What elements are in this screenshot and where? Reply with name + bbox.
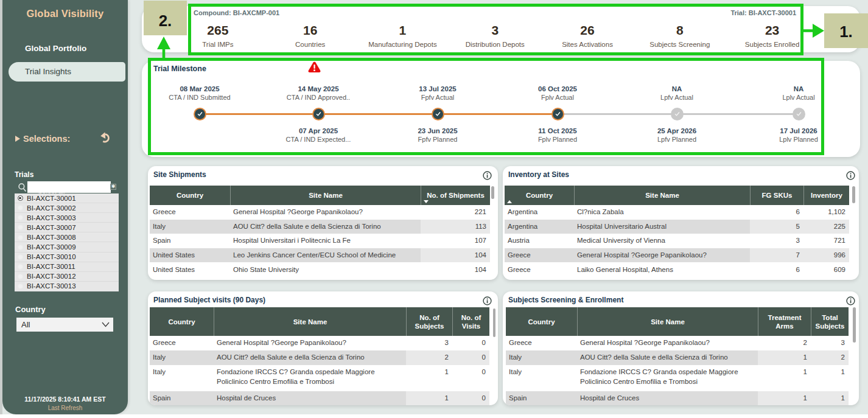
column-header[interactable]: Site Name [214, 307, 406, 336]
column-header[interactable]: Total Subjects [811, 307, 849, 336]
table-row[interactable]: SpainHospital de Cruces11 [506, 391, 849, 405]
column-header[interactable]: No. of Shipments [421, 186, 490, 205]
column-header[interactable]: Inventory [803, 186, 849, 205]
table-row[interactable]: GreeceLaiko General Hospital, Athens6609 [505, 262, 849, 277]
table-row[interactable]: ItalyAOU Citt? della Salute e della Scie… [506, 350, 849, 365]
selections-label: Selections: [23, 134, 70, 144]
column-header[interactable]: Country [150, 186, 230, 205]
country-dropdown[interactable]: All [16, 318, 113, 332]
table-cell: 0 [452, 350, 489, 365]
country-dropdown-value: All [21, 320, 30, 329]
column-header[interactable]: Treatment Arms [758, 307, 811, 336]
table-cell: Italy [150, 365, 214, 391]
trial-list-item-label: BI-AXCT-30001 [27, 195, 76, 202]
trial-list-item[interactable]: BI-AXCT-30001 [15, 193, 119, 203]
reset-selections-button[interactable] [99, 131, 111, 144]
trial-list-item[interactable]: BI-AXCT-30011 [15, 262, 119, 272]
trial-list-item-label: BI-AXCT-30011 [27, 263, 75, 270]
scrollbar-thumb[interactable] [852, 186, 855, 203]
table-header-row: CountrySite NameNo. of SubjectsNo. of Vi… [150, 307, 489, 336]
table-cell: Greece [150, 336, 214, 350]
info-icon[interactable] [483, 171, 492, 183]
table-cell: 996 [803, 248, 849, 263]
table-cell: AOU Citt? della Salute e della Scienza d… [577, 350, 758, 365]
table-row[interactable]: ArgentinaCl?nica Zabala61,102 [505, 205, 849, 220]
table-row[interactable]: ItalyAOU Citt? della Salute e della Scie… [150, 350, 489, 365]
trial-list-item[interactable]: BI-AXCT-30010 [15, 253, 119, 262]
table-cell: General Hospital ?George Papanikolaou? [577, 336, 758, 350]
table-cell: 1,102 [803, 205, 849, 220]
clear-selections-icon[interactable]: ✱ [110, 184, 116, 190]
table-cell: Spain [150, 391, 214, 405]
table-cell: Italy [150, 350, 214, 365]
table-cell: 3 [406, 336, 452, 350]
column-header[interactable]: Country [506, 307, 577, 336]
table-row[interactable]: GreeceGeneral Hospital ?George Papanikol… [506, 336, 849, 350]
table-cell: 1 [406, 391, 452, 405]
table-card: Subjects Screening & EnrollmentCountrySi… [503, 291, 859, 405]
column-header[interactable]: Country [150, 307, 214, 336]
trial-list-item-label: BI-AXCT-30003 [27, 214, 76, 221]
table-row[interactable]: ItalyAOU Citt? della Salute e della Scie… [150, 220, 490, 234]
column-header[interactable]: No. of Subjects [406, 307, 452, 336]
table-cell: 0 [452, 365, 489, 391]
scrollbar-thumb[interactable] [853, 307, 856, 343]
table-row[interactable]: ItalyFondazione IRCCS C? Granda ospedale… [150, 365, 489, 391]
trial-list-item[interactable]: BI-AXCT-30007 [15, 223, 119, 232]
table-header-row: CountrySite NameNo. of Shipments [150, 186, 490, 205]
table-row[interactable]: GreeceGeneral Hospital ?George Papanikol… [150, 205, 490, 220]
table-cell: Greece [505, 248, 574, 263]
table-row[interactable]: GreeceGeneral Hospital ?George Papanikol… [150, 336, 489, 350]
trial-list-item[interactable]: BI-AXCT-30013 [15, 282, 119, 291]
table-cell: Ohio State University [230, 262, 421, 277]
trial-list-item[interactable]: BI-AXCT-30003 [15, 213, 119, 223]
table-row[interactable]: GreeceGeneral Hospital ?George Papanikol… [505, 248, 849, 263]
trial-list-item-label: BI-AXCT-30012 [27, 273, 76, 280]
sidebar: Global Visibility Global Portfolio Trial… [2, 0, 128, 414]
info-icon[interactable] [483, 296, 492, 308]
nav-global-portfolio[interactable]: Global Portfolio [25, 44, 86, 53]
trials-search-input[interactable] [27, 181, 111, 193]
annotation-box-kpi [188, 4, 803, 55]
column-header[interactable]: Site Name [574, 186, 750, 205]
scrollbar-thumb[interactable] [491, 186, 494, 199]
card-title: Inventory at Sites [508, 170, 569, 179]
table-row[interactable]: United StatesOhio State University104 [150, 262, 490, 277]
table-cell: 2 [406, 350, 452, 365]
table-row[interactable]: United StatesLeo Jenkins Cancer Center/E… [150, 248, 490, 263]
annotation-callout-2: 2. [144, 1, 187, 35]
table-row[interactable]: ItalyFondazione IRCCS C? Granda ospedale… [506, 365, 849, 391]
table-cell: 113 [421, 220, 490, 234]
trial-list-item[interactable]: BI-AXCT-30009 [15, 242, 119, 252]
table-row[interactable]: SpainHospital Universitari i Politecnic … [150, 234, 490, 248]
trial-list-item[interactable]: BI-AXCT-30012 [15, 272, 119, 282]
column-header[interactable]: Country [505, 186, 574, 205]
trial-list-item[interactable]: BI-AXCT-30008 [15, 232, 119, 242]
table-cell: Greece [506, 336, 577, 350]
table-row[interactable]: SpainHospital de Cruces10 [150, 391, 489, 405]
card-title: Site Shipments [153, 170, 206, 179]
trials-list: BI-AXCT-30001BI-AXCT-30002BI-AXCT-30003B… [15, 193, 119, 291]
radio-icon [18, 284, 23, 289]
table-row[interactable]: ArgentinaHospital Universitario Austral5… [505, 220, 849, 234]
column-header[interactable]: FG SKUs [750, 186, 803, 205]
scrollbar-thumb[interactable] [493, 308, 495, 337]
column-header[interactable]: No. of Visits [452, 307, 489, 336]
radio-icon [18, 215, 23, 220]
column-header[interactable]: Site Name [230, 186, 421, 205]
trial-list-item-label: BI-AXCT-30013 [27, 282, 76, 290]
table-cell: 609 [803, 262, 849, 277]
radio-icon [18, 245, 23, 250]
trial-list-item[interactable]: BI-AXCT-30002 [15, 203, 119, 213]
table-cell: Hospital Universitari i Politecnic La Fe [230, 234, 421, 248]
info-icon[interactable] [846, 296, 855, 308]
nav-trial-insights[interactable]: Trial Insights [9, 62, 125, 82]
info-icon[interactable] [846, 171, 855, 183]
table-cell: AOU Citt? della Salute e della Scienza d… [230, 220, 421, 234]
table-cell: 221 [421, 205, 490, 220]
table-row[interactable]: AustriaMedical University of Vienna3721 [505, 234, 849, 248]
table-cell: General Hospital ?George Papanikolaou? [214, 336, 406, 350]
column-header[interactable]: Site Name [577, 307, 758, 336]
table-cell: General Hospital ?George Papanikolaou? [574, 248, 750, 263]
table-cell: 104 [421, 248, 490, 263]
